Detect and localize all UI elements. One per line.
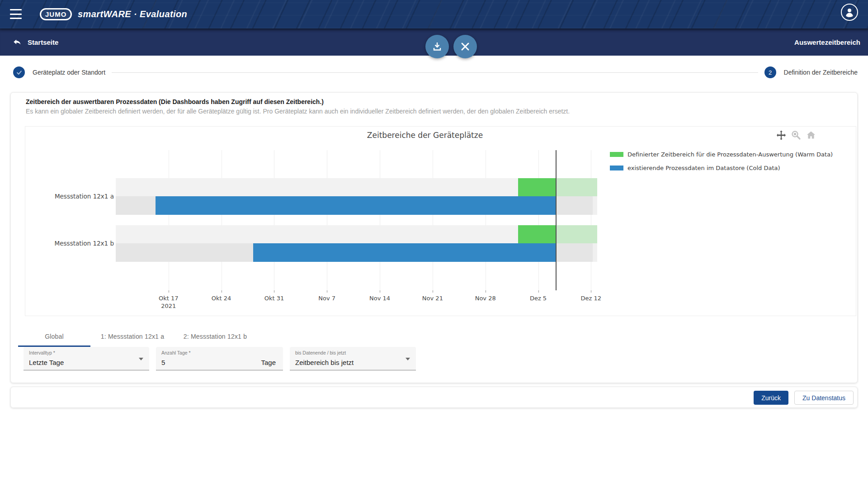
gridline	[222, 150, 222, 290]
chart-panel: Zeitbereiche der Geräteplätze	[25, 126, 856, 316]
tab-2-messstation-12x1-b[interactable]: 2: Messstation 12x1 b	[175, 326, 256, 347]
axis-tick	[486, 290, 486, 293]
axis-tick-label: Dez 12	[581, 295, 602, 302]
select-bis-datenende-bis-jetzt[interactable]: bis Datenende / bis jetztZeitbereich bis…	[290, 347, 416, 370]
intro-description: Es kann ein globaler Zeitbereich definie…	[26, 108, 570, 115]
warm-data-projected-bar	[556, 178, 597, 196]
cold-data-bar	[253, 243, 556, 262]
gridline	[433, 150, 433, 290]
user-avatar[interactable]	[841, 4, 858, 21]
interval-form: Intervalltyp *Letzte TageAnzahl Tage *5T…	[11, 347, 857, 370]
axis-tick-label: Nov 21	[422, 295, 443, 302]
stepper-connector	[112, 72, 758, 73]
step-1-circle	[13, 66, 25, 78]
legend-swatch	[610, 152, 623, 157]
cold-data-bar	[156, 196, 556, 215]
axis-tick	[222, 290, 222, 293]
axis-year-label: 2021	[159, 303, 179, 309]
chevron-down-icon	[139, 358, 143, 360]
zu-datenstatus-button[interactable]: Zu Datenstatus	[794, 391, 854, 405]
top-app-bar: JUMO smartWARE · Evaluation	[0, 0, 868, 28]
input-anzahl-tage[interactable]: Anzahl Tage *5Tage	[156, 347, 283, 370]
close-icon	[461, 42, 470, 51]
close-button[interactable]	[453, 35, 477, 58]
warm-data-bar	[518, 225, 556, 243]
check-icon	[16, 69, 23, 76]
field-label: Anzahl Tage *	[161, 350, 191, 355]
footer-actions: Zurück Zu Datenstatus	[754, 391, 854, 405]
chevron-down-icon	[406, 358, 410, 360]
axis-tick-label: Okt 172021	[159, 295, 179, 309]
axis-tick	[274, 290, 274, 293]
axis-tick-label: Okt 31	[264, 295, 284, 302]
axis-tick	[380, 290, 380, 293]
download-icon	[432, 41, 443, 52]
axis-tick	[433, 290, 433, 293]
step-2-zeitbereiche[interactable]: 2 Definition der Zeitbereiche	[764, 66, 858, 78]
footer-card: Zurück Zu Datenstatus	[10, 387, 858, 408]
select-intervalltyp[interactable]: Intervalltyp *Letzte Tage	[24, 347, 149, 370]
row-label: Messstation 12x1 b	[25, 239, 114, 247]
gridline	[538, 150, 539, 290]
fab-group	[425, 35, 477, 58]
field-value: Letzte Tage	[29, 359, 64, 366]
back-label: Startseite	[28, 38, 58, 46]
menu-icon[interactable]	[10, 9, 22, 19]
axis-tick-label: Nov 14	[369, 295, 390, 302]
step-2-circle: 2	[764, 66, 776, 78]
intro-heading: Zeitbereich der auswertbaren Prozessdate…	[26, 98, 324, 105]
reply-arrow-icon	[12, 37, 22, 47]
step-1-label: Geräteplatz oder Standort	[33, 69, 105, 76]
field-label: Intervalltyp *	[29, 350, 55, 355]
field-label: bis Datenende / bis jetzt	[295, 350, 346, 355]
app-title: smartWARE · Evaluation	[78, 0, 187, 28]
legend-item[interactable]: existierende Prozessdaten im Datastore (…	[610, 161, 833, 175]
axis-tick-label: Okt 24	[212, 295, 231, 302]
gridline	[591, 150, 591, 290]
jumo-logo: JUMO	[40, 8, 72, 20]
zurueck-button[interactable]: Zurück	[754, 391, 788, 405]
gridline	[327, 150, 327, 290]
step-1-geraeteplatz[interactable]: Geräteplatz oder Standort	[13, 66, 105, 78]
back-home-link[interactable]: Startseite	[12, 28, 58, 56]
tab-global[interactable]: Global	[18, 326, 90, 347]
axis-tick	[591, 290, 591, 293]
tab-1-messstation-12x1-a[interactable]: 1: Messstation 12x1 a	[90, 326, 175, 347]
legend-label: Definierter Zeitbereich für die Prozessd…	[627, 151, 833, 158]
download-button[interactable]	[425, 35, 449, 58]
row-label: Messstation 12x1 a	[25, 192, 114, 200]
cold-track-tail	[593, 243, 597, 262]
gridline	[380, 150, 380, 290]
field-suffix: Tage	[261, 359, 276, 366]
field-value: Zeitbereich bis jetzt	[295, 359, 354, 366]
axis-tick	[538, 290, 539, 293]
now-marker-line	[556, 150, 557, 290]
person-icon	[844, 6, 855, 18]
main-card: Zeitbereich der auswertbaren Prozessdate…	[10, 92, 858, 383]
chart-legend: Definierter Zeitbereich für die Prozessd…	[610, 147, 833, 175]
gridline	[169, 150, 169, 290]
legend-label: existierende Prozessdaten im Datastore (…	[627, 165, 780, 171]
axis-tick	[169, 290, 169, 293]
gridline	[486, 150, 486, 290]
wizard-stepper: Geräteplatz oder Standort 2 Definition d…	[13, 65, 858, 80]
axis-tick-label: Nov 7	[318, 295, 335, 302]
legend-swatch	[610, 166, 623, 170]
axis-tick-label: Dez 5	[530, 295, 547, 302]
warm-data-projected-bar	[556, 225, 597, 243]
axis-tick-label: Nov 28	[475, 295, 496, 302]
cold-track-tail	[593, 196, 597, 215]
nav-context-label: Auswertezeitbereich	[794, 28, 860, 56]
field-value: 5	[161, 359, 165, 366]
axis-tick	[327, 290, 327, 293]
warm-data-bar	[518, 178, 556, 196]
step-2-label: Definition der Zeitbereiche	[784, 69, 858, 76]
scope-tabs: Global1: Messstation 12x1 a2: Messstatio…	[18, 326, 256, 347]
legend-item[interactable]: Definierter Zeitbereich für die Prozessd…	[610, 147, 833, 161]
app-root: JUMO smartWARE · Evaluation Startseite A…	[0, 0, 868, 478]
gridline	[274, 150, 274, 290]
